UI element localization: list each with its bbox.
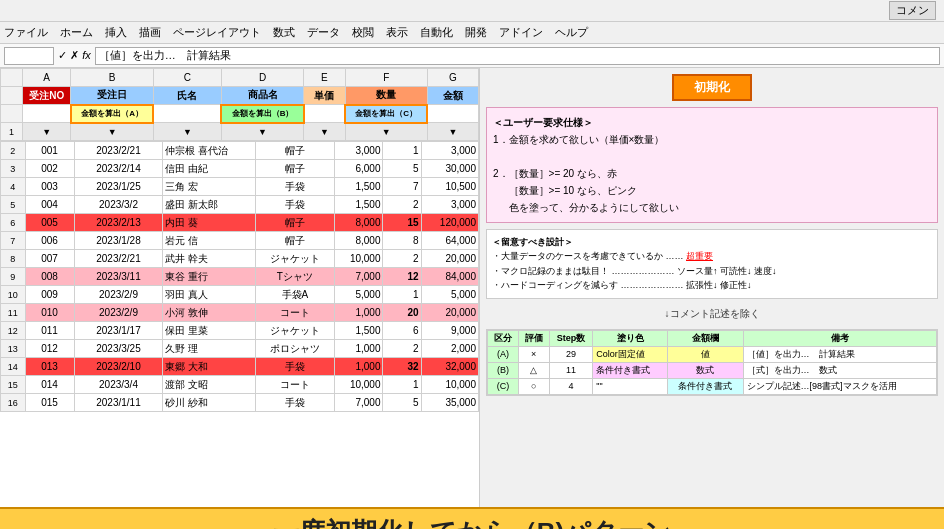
cell-name: 信田 由紀 [163, 160, 255, 178]
col-header-d[interactable]: D [221, 69, 303, 87]
cell-total: 20,000 [421, 304, 478, 322]
cell-filter-a[interactable]: ▼ [22, 123, 71, 141]
cell-item: 手袋A [255, 286, 334, 304]
info-nuri: "" [593, 378, 668, 394]
cell-price: 10,000 [334, 250, 383, 268]
notes-title: ＜留意すべき設計＞ [492, 235, 932, 249]
btn-c-cell[interactable]: 金額を算出（C） [345, 105, 427, 123]
cell-qty: 20 [383, 304, 421, 322]
cell-filter-c[interactable]: ▼ [153, 123, 221, 141]
cell-date: 2023/3/25 [74, 340, 163, 358]
init-button[interactable]: 初期化 [672, 74, 752, 101]
menu-item-開発[interactable]: 開発 [465, 25, 487, 40]
th-nuri: 塗り色 [593, 330, 668, 346]
cell-no: 008 [25, 268, 74, 286]
note-2: ・マクロ記録のままは駄目！ ………………… ソース量↑ 可読性↓ 速度↓ [492, 264, 932, 278]
cell-filter-d[interactable]: ▼ [221, 123, 303, 141]
cell-no: 010 [25, 304, 74, 322]
cell-price: 1,000 [334, 358, 383, 376]
formula-input[interactable]: ［値］を出力… 計算結果 [95, 47, 940, 65]
cell-total: 2,000 [421, 340, 478, 358]
row-num-11: 11 [1, 304, 26, 322]
col-header-a[interactable]: A [22, 69, 71, 87]
cell-name: 岩元 信 [163, 232, 255, 250]
menu-item-ヘルプ[interactable]: ヘルプ [555, 25, 588, 40]
cell-price: 1,000 [334, 340, 383, 358]
cell-name: 仲宗根 喜代治 [163, 142, 255, 160]
info-kingaku: 値 [668, 346, 743, 362]
cell-name: 盛田 新太郎 [163, 196, 255, 214]
cell-filter-f[interactable]: ▼ [345, 123, 427, 141]
col-header-c[interactable]: C [153, 69, 221, 87]
cell-qty: 5 [383, 394, 421, 412]
row-num-1: 1 [1, 123, 23, 141]
menu-item-描画[interactable]: 描画 [139, 25, 161, 40]
cell-qty: 2 [383, 340, 421, 358]
cell-price: 8,000 [334, 232, 383, 250]
cell-date: 2023/2/13 [74, 214, 163, 232]
col-header-b[interactable]: B [71, 69, 153, 87]
cell-total: 30,000 [421, 160, 478, 178]
cell-date: 2023/3/2 [74, 196, 163, 214]
cell-name: 内田 葵 [163, 214, 255, 232]
req-title: ＜ユーザー要求仕様＞ [493, 114, 931, 131]
info-table-container: 区分 評価 Step数 塗り色 金額欄 備考 (A) × 29 Color固定値… [486, 329, 938, 396]
cell-no: 003 [25, 178, 74, 196]
table-row: 8 007 2023/2/21 武井 幹夫 ジャケット 10,000 2 20,… [1, 250, 479, 268]
cell-no: 015 [25, 394, 74, 412]
cell-item: 帽子 [255, 142, 334, 160]
cell-date: 2023/1/25 [74, 178, 163, 196]
row-num-btn [1, 105, 23, 123]
col-header-g[interactable]: G [427, 69, 478, 87]
menu-item-挿入[interactable]: 挿入 [105, 25, 127, 40]
comment-button[interactable]: コメン [889, 1, 936, 20]
cell-c-header: 氏名 [153, 87, 221, 105]
banner-text: 一度初期化してから（B)パターン [273, 515, 671, 530]
table-row: 16 015 2023/1/11 砂川 紗和 手袋 7,000 5 35,000 [1, 394, 479, 412]
menu-item-ファイル[interactable]: ファイル [4, 25, 48, 40]
note-3: ・ハードコーディングを減らす ………………… 拡張性↓ 修正性↓ [492, 278, 932, 292]
table-row: 13 012 2023/3/25 久野 理 ポロシャツ 1,000 2 2,00… [1, 340, 479, 358]
menu-item-ページレイアウト[interactable]: ページレイアウト [173, 25, 261, 40]
cell-item: ポロシャツ [255, 340, 334, 358]
cell-qty: 2 [383, 196, 421, 214]
cell-name: 久野 理 [163, 340, 255, 358]
cell-filter-e[interactable]: ▼ [304, 123, 345, 141]
cell-a-header: 受注NO [22, 87, 71, 105]
col-header-e[interactable]: E [304, 69, 345, 87]
menu-item-アドイン[interactable]: アドイン [499, 25, 543, 40]
menu-item-表示[interactable]: 表示 [386, 25, 408, 40]
cell-item: コート [255, 376, 334, 394]
menu-item-ホーム[interactable]: ホーム [60, 25, 93, 40]
cell-empty-btn [22, 105, 71, 123]
cell-no: 002 [25, 160, 74, 178]
col-header-f[interactable]: F [345, 69, 427, 87]
cell-price: 5,000 [334, 286, 383, 304]
cell-no: 004 [25, 196, 74, 214]
cell-no: 007 [25, 250, 74, 268]
cell-f-header: 数量 [345, 87, 427, 105]
menu-item-校閲[interactable]: 校閲 [352, 25, 374, 40]
cell-total: 5,000 [421, 286, 478, 304]
menu-item-自動化[interactable]: 自動化 [420, 25, 453, 40]
info-table-row: (C) ○ 4 "" 条件付き書式 シンプル記述…[98書式]マスクを活用 [488, 378, 937, 394]
cell-filter-b[interactable]: ▼ [71, 123, 153, 141]
table-row: 4 003 2023/1/25 三角 宏 手袋 1,500 7 10,500 [1, 178, 479, 196]
cell-qty: 1 [383, 142, 421, 160]
cell-no: 009 [25, 286, 74, 304]
info-table-row: (A) × 29 Color固定値 値 ［値］を出力… 計算結果 [488, 346, 937, 362]
cell-d-header: 商品名 [221, 87, 303, 105]
th-kubun: 区分 [488, 330, 519, 346]
cell-total: 120,000 [421, 214, 478, 232]
cell-name: 羽田 真人 [163, 286, 255, 304]
cell-date: 2023/2/10 [74, 358, 163, 376]
menu-item-データ[interactable]: データ [307, 25, 340, 40]
req-item-4: ［数量］>= 10 なら、ピンク [493, 182, 931, 199]
sheet-table: A B C D E F G 受注NO 受注日 氏名 商品名 単価 [0, 68, 479, 141]
name-box[interactable] [4, 47, 54, 65]
table-row: 2 001 2023/2/21 仲宗根 喜代治 帽子 3,000 1 3,000 [1, 142, 479, 160]
btn-b-cell[interactable]: 金額を算出（B） [221, 105, 303, 123]
btn-a-cell[interactable]: 金額を算出（A） [71, 105, 153, 123]
menu-item-数式[interactable]: 数式 [273, 25, 295, 40]
cell-filter-g[interactable]: ▼ [427, 123, 478, 141]
